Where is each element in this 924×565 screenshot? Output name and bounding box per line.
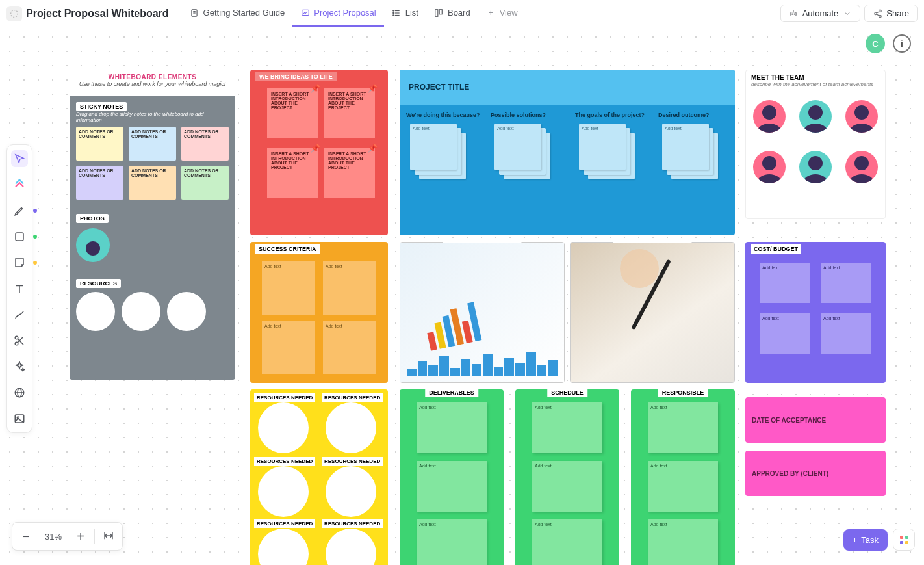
clickup-tool[interactable] — [11, 176, 28, 193]
web-tool[interactable] — [11, 384, 28, 401]
scissors-tool[interactable] — [11, 332, 28, 349]
green-note[interactable]: Add text — [532, 402, 602, 453]
automate-button[interactable]: Automate — [780, 5, 861, 22]
pen-tool[interactable] — [11, 202, 28, 219]
info-button[interactable]: i — [893, 34, 911, 53]
apps-button[interactable] — [893, 529, 915, 551]
resource-circle[interactable] — [326, 402, 376, 453]
zoom-out-button[interactable]: − — [12, 523, 40, 550]
ai-tool[interactable] — [11, 358, 28, 375]
resource-circle[interactable] — [122, 292, 160, 331]
select-tool[interactable] — [11, 150, 28, 167]
cost-note[interactable]: Add text — [821, 263, 871, 303]
add-task-button[interactable]: + Task — [843, 529, 888, 551]
note-stack[interactable]: Add text — [410, 124, 468, 182]
resource-circle[interactable] — [258, 466, 309, 517]
text-tool[interactable] — [11, 280, 28, 297]
green-note[interactable]: Add text — [532, 461, 602, 512]
cost-note[interactable]: Add text — [821, 313, 871, 354]
share-button[interactable]: Share — [864, 5, 918, 22]
elements-guide-panel[interactable]: WHITEBOARD ELEMENTS Use these to create … — [70, 96, 235, 380]
resource-circle[interactable] — [326, 529, 376, 565]
resource-circle[interactable] — [258, 402, 309, 453]
whiteboard-app-icon[interactable] — [6, 6, 22, 21]
idea-note[interactable]: INSERT A SHORT INTRODUCTION ABOUT THE PR… — [267, 148, 318, 198]
green-note[interactable]: Add text — [417, 461, 487, 512]
resources-needed-panel[interactable]: RESOURCES NEEDED RESOURCES NEEDED RESOUR… — [250, 389, 388, 565]
team-avatar[interactable] — [845, 100, 878, 133]
team-avatar[interactable] — [753, 151, 786, 183]
sticky-purple[interactable]: ADD NOTES OR COMMENTS — [76, 166, 123, 200]
idea-note[interactable]: INSERT A SHORT INTRODUCTION ABOUT THE PR… — [267, 88, 318, 138]
resource-circle[interactable] — [76, 292, 115, 331]
sticky-tool[interactable] — [11, 254, 28, 271]
idea-note[interactable]: INSERT A SHORT INTRODUCTION ABOUT THE PR… — [324, 88, 375, 138]
sticky-yellow[interactable]: ADD NOTES OR COMMENTS — [76, 127, 123, 161]
responsible-panel[interactable]: RESPONSIBLE Add text Add text Add text — [631, 389, 735, 565]
cost-panel[interactable]: COST/ BUDGET Add text Add text Add text … — [745, 242, 886, 383]
svg-rect-12 — [440, 9, 443, 14]
success-panel[interactable]: SUCCESS CRITERIA Add text Add text Add t… — [250, 242, 388, 383]
green-note[interactable]: Add text — [648, 519, 718, 565]
deliverables-panel[interactable]: DELIVERABLES Add text Add text Add text — [400, 389, 504, 565]
sticky-blue[interactable]: ADD NOTES OR COMMENTS — [129, 127, 176, 161]
team-avatar[interactable] — [753, 100, 786, 133]
acceptance-heading: DATE OF ACCEPTANCE — [752, 417, 826, 424]
green-note[interactable]: Add text — [532, 519, 602, 565]
tab-getting-started[interactable]: Getting Started Guide — [182, 0, 293, 27]
svg-point-8 — [393, 10, 394, 10]
approved-panel[interactable]: APPROVED BY (CLIENT) — [745, 451, 886, 496]
team-panel[interactable]: MEET THE TEAM describe with the achievem… — [745, 70, 886, 219]
schedule-heading: SCHEDULE — [547, 388, 587, 397]
team-avatar[interactable] — [845, 151, 878, 183]
green-note[interactable]: Add text — [648, 402, 718, 453]
page-title[interactable]: Project Proposal Whiteboard — [26, 8, 169, 20]
data-panel-1[interactable]: DATA/ CHARTS/ PHOTOS — [400, 242, 565, 383]
team-avatar[interactable] — [799, 151, 832, 183]
apps-grid-icon — [900, 536, 908, 544]
success-note[interactable]: Add text — [262, 321, 315, 374]
user-avatar[interactable]: C — [866, 34, 885, 53]
team-avatar[interactable] — [799, 100, 832, 133]
avatar-placeholder[interactable] — [76, 228, 110, 262]
project-title-panel[interactable]: PROJECT TITLE We're doing this because? … — [400, 70, 735, 235]
question-1: We're doing this because? — [406, 112, 485, 118]
green-note[interactable]: Add text — [417, 519, 487, 565]
cost-note[interactable]: Add text — [760, 263, 810, 303]
success-note[interactable]: Add text — [323, 321, 376, 374]
chevron-down-icon — [842, 8, 852, 18]
sticky-green[interactable]: ADD NOTES OR COMMENTS — [181, 166, 229, 200]
tab-list[interactable]: List — [384, 0, 426, 27]
note-stack[interactable]: Add text — [494, 124, 553, 182]
tab-add-view[interactable]: + View — [478, 0, 526, 27]
schedule-panel[interactable]: SCHEDULE Add text Add text Add text — [515, 389, 619, 565]
resources-label: RESOURCES — [76, 279, 121, 288]
resource-circle[interactable] — [326, 466, 376, 517]
image-tool[interactable] — [11, 410, 28, 427]
cost-note[interactable]: Add text — [760, 313, 810, 354]
green-note[interactable]: Add text — [417, 402, 487, 453]
fit-width-button[interactable] — [95, 523, 122, 550]
green-note[interactable]: Add text — [648, 461, 718, 512]
sticky-orange[interactable]: ADD NOTES OR COMMENTS — [129, 166, 176, 200]
top-bar: Project Proposal Whiteboard Getting Star… — [0, 0, 924, 27]
ideas-panel[interactable]: WE BRING IDEAS TO LIFE INSERT A SHORT IN… — [250, 70, 388, 235]
zoom-in-button[interactable]: + — [67, 523, 94, 550]
success-note[interactable]: Add text — [323, 261, 376, 315]
photo-image — [571, 243, 734, 382]
whiteboard-canvas[interactable]: C i WHITEBOARD ELEMENTS Use these to cre… — [0, 27, 924, 565]
resource-circle[interactable] — [167, 292, 206, 331]
idea-note[interactable]: INSERT A SHORT INTRODUCTION ABOUT THE PR… — [324, 148, 375, 198]
resource-circle[interactable] — [258, 529, 309, 565]
acceptance-panel[interactable]: DATE OF ACCEPTANCE — [745, 397, 886, 443]
note-stack[interactable]: Add text — [662, 124, 721, 182]
svg-point-18 — [875, 12, 877, 15]
tab-board[interactable]: Board — [426, 0, 478, 27]
data-panel-2[interactable]: DATA/ CHARTS/ PHOTOS — [570, 242, 735, 383]
note-stack[interactable]: Add text — [579, 124, 637, 182]
shape-tool[interactable] — [11, 228, 28, 245]
success-note[interactable]: Add text — [262, 261, 315, 315]
sticky-pink[interactable]: ADD NOTES OR COMMENTS — [181, 127, 229, 161]
tab-project-proposal[interactable]: Project Proposal — [292, 0, 383, 27]
connector-tool[interactable] — [11, 306, 28, 323]
